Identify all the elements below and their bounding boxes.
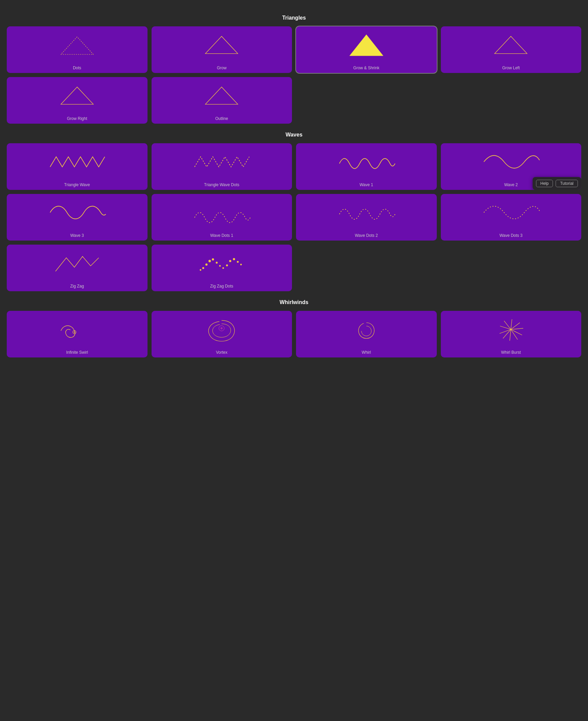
card-wave1[interactable]: Wave 1 bbox=[296, 143, 437, 190]
card-wave2[interactable]: Wave 2 Help Tutorial bbox=[441, 143, 582, 190]
preview-whirl-burst bbox=[441, 311, 582, 348]
preview-outline bbox=[151, 77, 292, 114]
svg-wave3 bbox=[14, 199, 141, 226]
svg-line-24 bbox=[511, 328, 524, 329]
card-grow-left[interactable]: Grow Left bbox=[441, 26, 582, 73]
preview-wave1 bbox=[296, 143, 437, 180]
svg-marker-3 bbox=[61, 87, 93, 104]
svg-wave-dots1 bbox=[158, 199, 285, 226]
svg-wave-dots2 bbox=[303, 199, 430, 226]
card-whirl-burst[interactable]: Whirl Burst bbox=[441, 311, 582, 358]
card-dots[interactable]: Dots bbox=[7, 26, 147, 73]
preview-wave3 bbox=[7, 194, 147, 231]
svg-outline bbox=[158, 82, 285, 109]
svg-triangle-wave-dots bbox=[158, 148, 285, 175]
label-infinite-swirl: Infinite Swirl bbox=[7, 348, 147, 358]
preview-triangle-wave-dots bbox=[151, 143, 292, 180]
label-grow: Grow bbox=[151, 63, 292, 73]
card-grow-right[interactable]: Grow Right bbox=[7, 77, 147, 124]
svg-point-22 bbox=[221, 328, 222, 329]
label-grow-right: Grow Right bbox=[7, 114, 147, 124]
card-vortex[interactable]: Vortex bbox=[151, 311, 292, 358]
label-vortex: Vortex bbox=[151, 348, 292, 358]
preview-triangle-wave bbox=[7, 143, 147, 180]
preview-whirl bbox=[296, 311, 437, 348]
tutorial-button[interactable]: Tutorial bbox=[555, 180, 578, 187]
card-whirl[interactable]: Whirl bbox=[296, 311, 437, 358]
label-wave-dots2: Wave Dots 2 bbox=[296, 231, 437, 241]
section-waves: Waves Triangle Wave Triangle Wave Do bbox=[7, 132, 581, 291]
svg-point-33 bbox=[510, 329, 512, 330]
triangles-title: Triangles bbox=[7, 15, 581, 21]
waves-grid: Triangle Wave Triangle Wave Dots W bbox=[7, 143, 581, 291]
label-whirl-burst: Whirl Burst bbox=[441, 348, 582, 358]
svg-point-13 bbox=[226, 264, 228, 266]
svg-infinite-swirl bbox=[14, 316, 141, 343]
svg-point-11 bbox=[219, 265, 221, 267]
wave2-tooltip: Help Tutorial bbox=[533, 177, 581, 190]
svg-grow-right bbox=[14, 82, 141, 109]
svg-point-16 bbox=[237, 261, 239, 263]
preview-grow bbox=[151, 26, 292, 63]
section-whirlwinds: Whirlwinds Infinite Swirl bbox=[7, 299, 581, 358]
svg-point-15 bbox=[233, 258, 235, 260]
svg-zig-zag-dots bbox=[158, 250, 285, 277]
preview-infinite-swirl bbox=[7, 311, 147, 348]
card-wave-dots2[interactable]: Wave Dots 2 bbox=[296, 194, 437, 241]
page-container: Triangles Dots Grow bbox=[7, 15, 581, 358]
svg-triangle-wave bbox=[14, 148, 141, 175]
card-infinite-swirl[interactable]: Infinite Swirl bbox=[7, 311, 147, 358]
label-zig-zag: Zig Zag bbox=[7, 282, 147, 291]
preview-grow-left bbox=[441, 26, 582, 63]
svg-point-19 bbox=[74, 332, 75, 333]
svg-wave-dots3 bbox=[447, 199, 574, 226]
svg-line-31 bbox=[504, 321, 511, 329]
svg-point-12 bbox=[223, 267, 224, 269]
svg-point-5 bbox=[200, 269, 202, 271]
svg-point-9 bbox=[212, 258, 214, 260]
card-grow[interactable]: Grow bbox=[151, 26, 292, 73]
svg-marker-2 bbox=[495, 36, 527, 53]
card-wave3[interactable]: Wave 3 bbox=[7, 194, 147, 241]
svg-line-32 bbox=[511, 319, 512, 329]
svg-point-7 bbox=[206, 263, 208, 265]
card-grow-shrink[interactable]: Grow & Shrink bbox=[296, 26, 437, 73]
svg-zig-zag bbox=[14, 250, 141, 277]
label-wave1: Wave 1 bbox=[296, 180, 437, 190]
card-outline[interactable]: Outline bbox=[151, 77, 292, 124]
preview-dots bbox=[7, 26, 147, 63]
whirlwinds-grid: Infinite Swirl Vortex bbox=[7, 311, 581, 358]
whirlwinds-title: Whirlwinds bbox=[7, 299, 581, 305]
label-whirl: Whirl bbox=[296, 348, 437, 358]
svg-grow-left bbox=[447, 32, 574, 58]
preview-wave-dots1 bbox=[151, 194, 292, 231]
svg-whirl-burst bbox=[447, 316, 574, 343]
preview-grow-shrink bbox=[296, 26, 437, 63]
label-dots: Dots bbox=[7, 63, 147, 73]
svg-line-23 bbox=[511, 323, 520, 329]
help-button[interactable]: Help bbox=[536, 180, 553, 187]
svg-marker-0 bbox=[206, 36, 238, 53]
svg-marker-1 bbox=[350, 35, 383, 56]
section-triangles: Triangles Dots Grow bbox=[7, 15, 581, 124]
svg-point-8 bbox=[209, 260, 211, 262]
preview-grow-right bbox=[7, 77, 147, 114]
card-zig-zag[interactable]: Zig Zag bbox=[7, 245, 147, 291]
svg-line-30 bbox=[500, 326, 511, 329]
card-wave-dots3[interactable]: Wave Dots 3 bbox=[441, 194, 582, 241]
svg-point-6 bbox=[203, 267, 205, 269]
card-wave-dots1[interactable]: Wave Dots 1 bbox=[151, 194, 292, 241]
svg-point-10 bbox=[216, 262, 218, 264]
label-zig-zag-dots: Zig Zag Dots bbox=[151, 282, 292, 291]
preview-wave-dots2 bbox=[296, 194, 437, 231]
triangles-grid: Dots Grow Grow & Shrink bbox=[7, 26, 581, 124]
svg-dots bbox=[14, 32, 141, 58]
card-zig-zag-dots[interactable]: Zig Zag Dots bbox=[151, 245, 292, 291]
svg-line-27 bbox=[510, 329, 511, 341]
card-triangle-wave-dots[interactable]: Triangle Wave Dots bbox=[151, 143, 292, 190]
preview-vortex bbox=[151, 311, 292, 348]
preview-wave2 bbox=[441, 143, 582, 180]
svg-grow bbox=[158, 32, 285, 58]
label-wave-dots3: Wave Dots 3 bbox=[441, 231, 582, 241]
card-triangle-wave[interactable]: Triangle Wave bbox=[7, 143, 147, 190]
